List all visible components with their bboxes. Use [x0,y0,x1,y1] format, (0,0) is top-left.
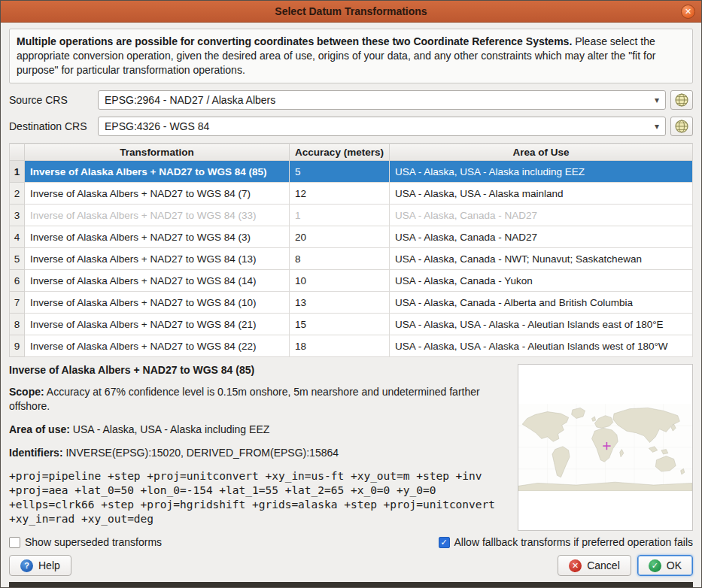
cell-area: USA - Alaska, USA - Alaska including EEZ [390,161,693,183]
details-title: Inverse of Alaska Albers + NAD27 to WGS … [9,364,509,376]
cell-accuracy: 1 [290,205,390,226]
cell-accuracy: 20 [290,226,390,248]
window-bottom-edge [9,582,693,587]
cell-accuracy: 12 [290,183,390,205]
details-area-of-use: Area of use: USA - Alaska, USA - Alaska … [9,423,509,437]
row-number: 9 [10,335,25,357]
cancel-icon: ✕ [569,559,582,572]
cell-transformation: Inverse of Alaska Albers + NAD27 to WGS … [25,292,290,314]
row-number: 1 [10,161,25,183]
header-transformation[interactable]: Transformation [25,144,290,161]
destination-crs-row: Destination CRS EPSG:4326 - WGS 84 ▾ [9,117,693,136]
cell-transformation: Inverse of Alaska Albers + NAD27 to WGS … [25,226,290,248]
row-number: 3 [10,205,25,226]
close-button[interactable]: ✕ [681,5,695,19]
help-icon: ? [20,559,33,572]
cell-transformation: Inverse of Alaska Albers + NAD27 to WGS … [25,335,290,357]
table-row[interactable]: 5 Inverse of Alaska Albers + NAD27 to WG… [10,248,693,270]
table-row[interactable]: 2 Inverse of Alaska Albers + NAD27 to WG… [10,183,693,205]
cancel-button[interactable]: ✕ Cancel [558,555,631,576]
ok-button[interactable]: ✓ OK [637,555,693,576]
details-text: Inverse of Alaska Albers + NAD27 to WGS … [9,364,509,532]
show-superseded-checkbox[interactable]: Show superseded transforms [9,536,162,548]
intro-bold-text: Multiple operations are possible for con… [17,35,572,47]
proj-string: +proj=pipeline +step +proj=unitconvert +… [9,469,509,526]
source-crs-select-button[interactable] [670,90,693,110]
cell-transformation: Inverse of Alaska Albers + NAD27 to WGS … [25,270,290,292]
cell-accuracy: 10 [290,270,390,292]
destination-crs-select-button[interactable] [670,117,693,136]
chevron-down-icon: ▾ [650,121,659,132]
table-row[interactable]: 3 Inverse of Alaska Albers + NAD27 to WG… [10,205,693,226]
destination-crs-label: Destination CRS [9,120,93,132]
checkbox-unchecked-icon [9,537,20,548]
cell-transformation: Inverse of Alaska Albers + NAD27 to WGS … [25,161,290,183]
table-header-row: Transformation Accuracy (meters) Area of… [10,144,693,161]
source-crs-combobox[interactable]: EPSG:2964 - NAD27 / Alaska Albers ▾ [98,90,666,110]
table-row[interactable]: 9 Inverse of Alaska Albers + NAD27 to WG… [10,335,693,357]
source-crs-value: EPSG:2964 - NAD27 / Alaska Albers [105,94,650,106]
destination-crs-value: EPSG:4326 - WGS 84 [105,120,650,132]
allow-fallback-checkbox[interactable]: ✓ Allow fallback transforms if preferred… [439,536,693,548]
row-number: 4 [10,226,25,248]
world-map [518,404,692,491]
crs-selector-icon [674,92,689,108]
cell-area: USA - Alaska, USA - Alaska - Aleutian Is… [390,314,693,335]
cell-accuracy: 5 [290,161,390,183]
cell-area: USA - Alaska, Canada - NWT; Nunavut; Sas… [390,248,693,270]
dialog-title: Select Datum Transformations [275,5,427,17]
select-datum-transformations-dialog: Select Datum Transformations ✕ Multiple … [0,0,702,588]
cell-accuracy: 15 [290,314,390,335]
options-row: Show superseded transforms ✓ Allow fallb… [9,536,693,548]
cell-area: USA - Alaska, USA - Alaska - Aleutian Is… [390,335,693,357]
source-crs-row: Source CRS EPSG:2964 - NAD27 / Alaska Al… [9,90,693,110]
checkbox-label: Allow fallback transforms if preferred o… [454,536,693,548]
cell-area: USA - Alaska, Canada - NAD27 [390,226,693,248]
ok-icon: ✓ [649,559,661,572]
header-area-of-use[interactable]: Area of Use [390,144,693,161]
table-row[interactable]: 8 Inverse of Alaska Albers + NAD27 to WG… [10,314,693,335]
cell-transformation: Inverse of Alaska Albers + NAD27 to WGS … [25,314,290,335]
cell-area: USA - Alaska, Canada - Alberta and Briti… [390,292,693,314]
intro-message: Multiple operations are possible for con… [9,29,693,83]
dialog-content: Multiple operations are possible for con… [1,23,701,587]
table-row[interactable]: 6 Inverse of Alaska Albers + NAD27 to WG… [10,270,693,292]
titlebar: Select Datum Transformations ✕ [1,1,701,23]
row-number: 7 [10,292,25,314]
row-number: 2 [10,183,25,205]
header-accuracy[interactable]: Accuracy (meters) [290,144,390,161]
cell-transformation: Inverse of Alaska Albers + NAD27 to WGS … [25,248,290,270]
chevron-down-icon: ▾ [650,95,659,105]
cell-accuracy: 8 [290,248,390,270]
row-number: 8 [10,314,25,335]
checkbox-label: Show superseded transforms [25,536,162,548]
cell-accuracy: 13 [290,292,390,314]
dialog-buttons: ? Help ✕ Cancel ✓ OK [9,555,693,576]
source-crs-label: Source CRS [9,94,93,106]
details-scope: Scope: Accuracy at 67% confidence level … [9,385,509,414]
cell-area: USA - Alaska, Canada - Yukon [390,270,693,292]
details-panel: Inverse of Alaska Albers + NAD27 to WGS … [9,364,693,532]
cell-accuracy: 18 [290,335,390,357]
cell-area: USA - Alaska, USA - Alaska mainland [390,183,693,205]
checkbox-checked-icon: ✓ [439,537,450,548]
table-row[interactable]: 7 Inverse of Alaska Albers + NAD27 to WG… [10,292,693,314]
help-button[interactable]: ? Help [9,555,71,576]
close-icon: ✕ [685,8,691,16]
table-corner [10,144,25,161]
cell-transformation: Inverse of Alaska Albers + NAD27 to WGS … [25,205,290,226]
details-identifiers: Identifiers: INVERSE(EPSG):15020, DERIVE… [9,446,509,460]
cell-transformation: Inverse of Alaska Albers + NAD27 to WGS … [25,183,290,205]
area-of-use-map [518,364,693,531]
crs-selector-icon [674,119,689,134]
row-number: 5 [10,248,25,270]
transformations-table: Transformation Accuracy (meters) Area of… [9,143,693,357]
destination-crs-combobox[interactable]: EPSG:4326 - WGS 84 ▾ [98,117,666,136]
table-row[interactable]: 4 Inverse of Alaska Albers + NAD27 to WG… [10,226,693,248]
cell-area: USA - Alaska, Canada - NAD27 [390,205,693,226]
row-number: 6 [10,270,25,292]
table-row[interactable]: 1 Inverse of Alaska Albers + NAD27 to WG… [10,161,693,183]
